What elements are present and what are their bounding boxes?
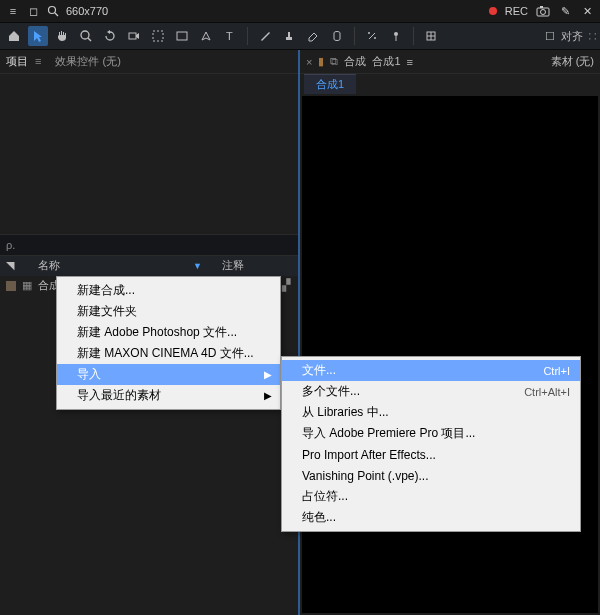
- align-label: 对齐: [561, 29, 583, 44]
- text-tool-icon[interactable]: T: [220, 26, 240, 46]
- search-text: 660x770: [66, 5, 108, 17]
- stamp-tool-icon[interactable]: [279, 26, 299, 46]
- ctx-import-solid[interactable]: 纯色...: [282, 507, 580, 528]
- sort-arrow-icon: ▼: [193, 261, 202, 271]
- pencil-icon[interactable]: ✎: [558, 4, 572, 18]
- comp-open-tab[interactable]: 合成1: [304, 74, 356, 94]
- ctx-new-comp[interactable]: 新建合成...: [57, 280, 280, 301]
- ctx-import-file[interactable]: 文件...Ctrl+I: [282, 360, 580, 381]
- ctx-import-premiere[interactable]: 导入 Adobe Premiere Pro 项目...: [282, 423, 580, 444]
- submenu-arrow-icon: ▶: [264, 369, 272, 380]
- hamburger-icon[interactable]: ≡: [6, 4, 20, 18]
- search-icon[interactable]: [46, 4, 60, 18]
- window-icon[interactable]: ◻: [26, 4, 40, 18]
- material-tab[interactable]: 素材 (无): [551, 54, 594, 69]
- svg-rect-11: [286, 37, 292, 40]
- context-menu-project: 新建合成... 新建文件夹 新建 Adobe Photoshop 文件... 新…: [56, 276, 281, 410]
- svg-point-13: [394, 32, 398, 36]
- camera-tool-icon[interactable]: [124, 26, 144, 46]
- ref-tool-icon[interactable]: [421, 26, 441, 46]
- svg-line-1: [55, 13, 58, 16]
- effects-tab[interactable]: 效果控件 (无): [55, 54, 120, 69]
- svg-rect-8: [153, 31, 163, 41]
- row-labels-icon[interactable]: ▞: [282, 279, 290, 292]
- align-checkbox[interactable]: ☐: [545, 30, 555, 43]
- svg-text:T: T: [226, 30, 233, 42]
- ctx-import-proimport[interactable]: Pro Import After Effects...: [282, 444, 580, 465]
- anchor-tool-icon[interactable]: [148, 26, 168, 46]
- eraser-tool-icon[interactable]: [303, 26, 323, 46]
- ctx-import-libraries[interactable]: 从 Libraries 中...: [282, 402, 580, 423]
- col-comment[interactable]: 注释: [222, 258, 292, 273]
- ctx-new-photoshop[interactable]: 新建 Adobe Photoshop 文件...: [57, 322, 280, 343]
- comp-icon: ▦: [22, 279, 32, 292]
- pin-tool-icon[interactable]: [386, 26, 406, 46]
- comp-menu-icon[interactable]: ≡: [407, 56, 413, 68]
- camera-icon[interactable]: [536, 4, 550, 18]
- svg-point-3: [541, 10, 546, 15]
- rotate-tool-icon[interactable]: [100, 26, 120, 46]
- comp-label: 合成: [344, 54, 366, 69]
- svg-rect-9: [177, 32, 187, 40]
- rec-indicator-icon: [489, 7, 497, 15]
- rec-label: REC: [505, 5, 528, 17]
- svg-rect-7: [129, 33, 136, 39]
- tag-icon[interactable]: ◥: [6, 259, 18, 272]
- svg-rect-4: [540, 6, 543, 8]
- rect-tool-icon[interactable]: [172, 26, 192, 46]
- ctx-import-multi[interactable]: 多个文件...Ctrl+Alt+I: [282, 381, 580, 402]
- close-panel-icon[interactable]: ×: [306, 56, 312, 68]
- ctx-import[interactable]: 导入▶: [57, 364, 280, 385]
- row-color-swatch: [6, 281, 16, 291]
- ctx-new-c4d[interactable]: 新建 MAXON CINEMA 4D 文件...: [57, 343, 280, 364]
- zoom-tool-icon[interactable]: [76, 26, 96, 46]
- pen-tool-icon[interactable]: [196, 26, 216, 46]
- comp-name-tab[interactable]: 合成1: [372, 54, 400, 69]
- svg-point-0: [49, 7, 56, 14]
- bookmark-icon: ▮: [318, 55, 324, 68]
- context-menu-import: 文件...Ctrl+I 多个文件...Ctrl+Alt+I 从 Librarie…: [281, 356, 581, 532]
- submenu-arrow-icon: ▶: [264, 390, 272, 401]
- roto-tool-icon[interactable]: [327, 26, 347, 46]
- home-tool-icon[interactable]: [4, 26, 24, 46]
- layers-icon: ⧉: [330, 55, 338, 68]
- close-icon[interactable]: ✕: [580, 4, 594, 18]
- svg-point-5: [81, 31, 89, 39]
- svg-rect-12: [288, 32, 290, 37]
- brush-tool-icon[interactable]: [255, 26, 275, 46]
- col-name[interactable]: 名称 ▼: [38, 258, 202, 273]
- snap-icon[interactable]: ⸬: [589, 30, 596, 43]
- wand-tool-icon[interactable]: [362, 26, 382, 46]
- ctx-import-placeholder[interactable]: 占位符...: [282, 486, 580, 507]
- hand-tool-icon[interactable]: [52, 26, 72, 46]
- project-tab[interactable]: 项目 ≡: [6, 54, 41, 69]
- ctx-import-vpe[interactable]: Vanishing Point (.vpe)...: [282, 465, 580, 486]
- composition-viewport[interactable]: [302, 96, 598, 613]
- selection-tool-icon[interactable]: [28, 26, 48, 46]
- svg-line-6: [88, 38, 91, 41]
- ctx-import-recent[interactable]: 导入最近的素材▶: [57, 385, 280, 406]
- ctx-new-folder[interactable]: 新建文件夹: [57, 301, 280, 322]
- project-search-input[interactable]: ρ.: [0, 234, 298, 256]
